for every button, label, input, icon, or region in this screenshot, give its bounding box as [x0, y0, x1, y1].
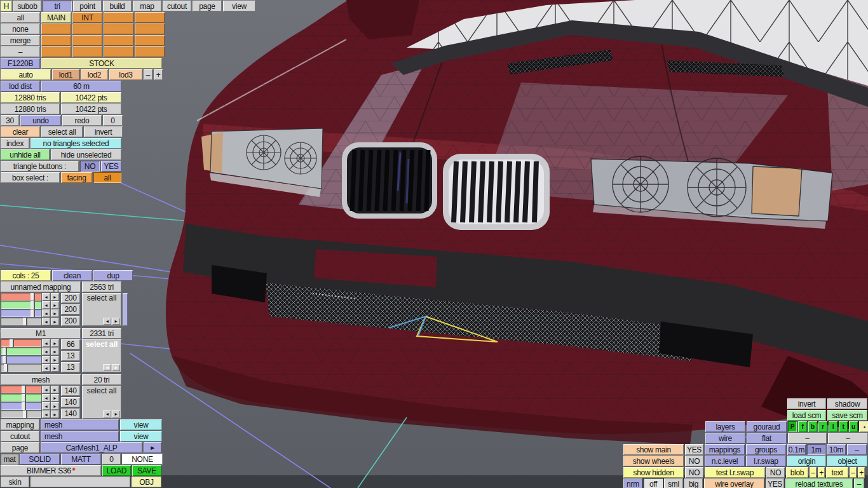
object-button[interactable]: object [827, 456, 867, 466]
right-arrow-button[interactable]: ► [51, 364, 59, 372]
unhide-all-button[interactable]: unhide all [1, 149, 50, 160]
hide-unselected-button[interactable]: hide unselected [51, 149, 121, 160]
subobject-cell-int[interactable]: INT [72, 12, 102, 23]
right-arrow-button[interactable]: ► [51, 410, 59, 418]
text-plus-button[interactable]: + [858, 467, 865, 478]
mapping-name[interactable]: M1 [1, 328, 81, 339]
nrm-big-button[interactable]: big [684, 478, 703, 488]
left-arrow-button[interactable]: ◄ [42, 394, 50, 402]
slider-knob[interactable] [22, 394, 26, 402]
green-slider[interactable] [1, 301, 41, 309]
left-arrow-button[interactable]: ◄ [42, 318, 50, 325]
subobject-all-button[interactable]: all [1, 12, 40, 23]
invert-button[interactable]: invert [84, 126, 123, 137]
subobject-cell[interactable] [72, 24, 102, 34]
subobject-merge-button[interactable]: merge [1, 35, 40, 46]
wire-overlay-toggle[interactable]: YES [766, 478, 784, 488]
slider-knob[interactable] [31, 309, 35, 317]
skin-value[interactable] [31, 477, 130, 487]
subobject-cell[interactable] [104, 24, 133, 34]
save-button[interactable]: SAVE [132, 465, 161, 476]
flat-button[interactable]: flat [747, 433, 787, 444]
show-hidden-button[interactable]: show hidden [623, 467, 684, 478]
subobject-cell[interactable] [72, 46, 102, 57]
right-arrow-button[interactable]: ► [51, 318, 59, 325]
subobject-cell[interactable] [135, 46, 165, 57]
mapping-value[interactable]: mesh [41, 419, 119, 430]
tab-h[interactable]: H [1, 1, 12, 11]
dot-icon[interactable]: ● [859, 421, 868, 432]
nrm-sml-button[interactable]: sml [664, 478, 683, 488]
blob-plus-button[interactable]: + [818, 467, 825, 478]
red-slider[interactable] [1, 339, 41, 347]
gouraud-button[interactable]: gouraud [747, 421, 787, 432]
show-main-toggle[interactable]: YES [685, 444, 703, 455]
cols-count[interactable]: cols : 25 [1, 270, 51, 281]
invert-shading-button[interactable]: invert [787, 398, 826, 409]
save-scm-button[interactable]: save scm [827, 410, 867, 421]
view-back-button[interactable]: b [808, 421, 817, 432]
slider-knob[interactable] [23, 410, 27, 418]
left-arrow-button[interactable]: ◄ [42, 309, 50, 317]
select-all-button[interactable]: select all [41, 126, 83, 137]
subobject-cell[interactable] [135, 35, 165, 46]
red-slider[interactable] [1, 386, 41, 393]
index-button[interactable]: index [1, 138, 29, 149]
green-slider[interactable] [1, 394, 41, 402]
right-arrow-button[interactable]: ► [51, 339, 59, 347]
layers-button[interactable]: layers [705, 421, 745, 432]
undo-button[interactable]: undo [20, 115, 61, 126]
model-name-button[interactable]: BIMMER S36* [1, 465, 101, 476]
mat-matt-button[interactable]: MATT [61, 454, 101, 464]
box-select-all[interactable]: all [93, 172, 121, 183]
dash-button[interactable]: – [788, 433, 827, 444]
left-arrow-button[interactable]: ◄ [42, 339, 50, 347]
green-value[interactable]: 200 [61, 304, 80, 315]
tab-build[interactable]: build [103, 1, 132, 11]
blue-value[interactable]: 200 [61, 316, 80, 326]
test-lr-swap-toggle[interactable]: NO [766, 467, 785, 478]
left-arrow-button[interactable]: ◄ [42, 301, 50, 309]
colors-scrollbar[interactable] [123, 293, 128, 326]
green-value[interactable]: 13 [61, 351, 80, 361]
view-under-button[interactable]: u [849, 421, 858, 432]
right-arrow-button[interactable]: ► [51, 394, 59, 402]
test-lr-swap-button[interactable]: test l.r.swap [705, 467, 765, 478]
stock-button[interactable]: STOCK [41, 58, 162, 69]
load-button[interactable]: LOAD [102, 465, 131, 476]
red-value[interactable]: 200 [61, 293, 80, 303]
subobject-cell[interactable] [104, 12, 133, 23]
mat-none-button[interactable]: NONE [122, 454, 163, 464]
left-arrow-button[interactable]: ◄ [42, 402, 50, 410]
show-main-button[interactable]: show main [623, 444, 684, 455]
blue-slider[interactable] [1, 356, 41, 363]
mappings-button[interactable]: mappings [705, 444, 745, 455]
show-wheels-toggle[interactable]: NO [685, 456, 703, 466]
left-arrow-button[interactable]: ◄ [42, 293, 50, 301]
left-arrow-button[interactable]: ◄ [42, 348, 50, 355]
blue-slider[interactable] [1, 309, 41, 317]
mapping-name[interactable]: mesh [1, 374, 81, 385]
blue-slider[interactable] [1, 402, 41, 410]
right-arrow-button[interactable]: ► [112, 318, 120, 325]
grid-01m-button[interactable]: 0.1m [787, 444, 806, 455]
gray-slider[interactable] [1, 318, 41, 325]
green-slider[interactable] [1, 348, 41, 355]
clean-button[interactable]: clean [52, 270, 92, 281]
text-button[interactable]: text [826, 467, 848, 478]
shadow-button[interactable]: shadow [827, 398, 867, 409]
triangle-buttons-no[interactable]: NO [80, 161, 100, 172]
mapping-name[interactable]: unnamed mapping [1, 281, 81, 292]
view-perspective-button[interactable]: P [788, 421, 797, 432]
view-right-button[interactable]: r [818, 421, 827, 432]
blue-value[interactable]: 140 [61, 409, 80, 419]
slider-knob[interactable] [10, 339, 14, 347]
triangle-buttons-yes[interactable]: YES [101, 161, 121, 172]
right-arrow-button[interactable]: ► [112, 410, 120, 417]
obj-button[interactable]: OBJ [132, 477, 161, 487]
tab-view[interactable]: view [223, 1, 255, 11]
subobject-none-button[interactable]: none [1, 24, 40, 34]
subobject-cell[interactable] [104, 35, 133, 46]
blue-value[interactable]: 13 [61, 362, 80, 372]
slider-knob[interactable] [3, 348, 7, 355]
